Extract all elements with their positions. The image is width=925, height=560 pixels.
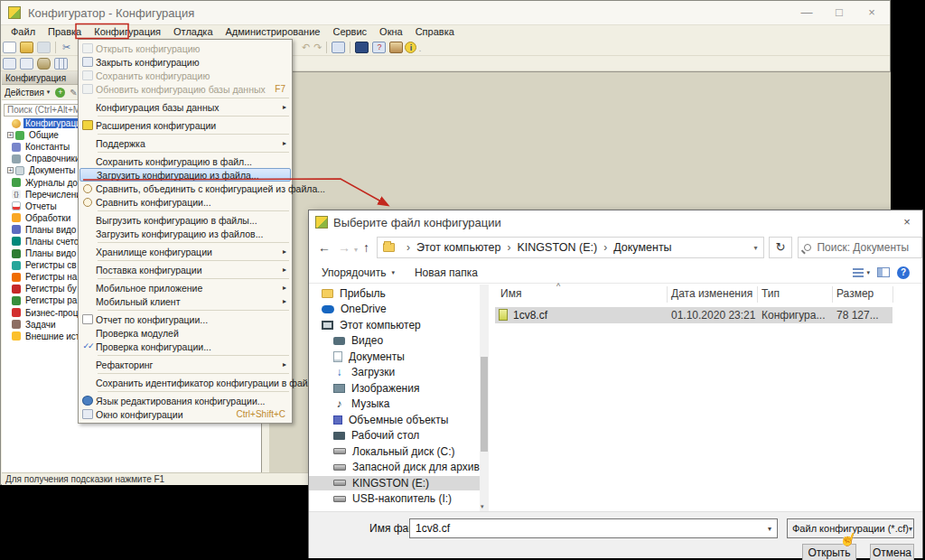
configuration-window-icon[interactable]	[3, 58, 16, 70]
database-icon[interactable]	[37, 58, 51, 70]
menu-item-dump-config-to-files[interactable]: Выгрузить конфигурацию в файлы...	[79, 213, 291, 227]
breadcrumb-dropdown-icon[interactable]: ▾	[754, 244, 758, 252]
nav-item-pribyl[interactable]: Прибыль	[309, 286, 480, 301]
breadcrumb-kingston[interactable]: KINGSTON (E:)	[518, 241, 598, 254]
close-configuration-icon[interactable]	[20, 58, 33, 70]
menu-item-update-db-configuration[interactable]: Обновить конфигурацию базы данныхF7	[79, 82, 291, 96]
nav-item-desktop[interactable]: Рабочий стол	[309, 428, 480, 443]
menu-item-load-config-from-file[interactable]: Загрузить конфигурацию из файла...	[79, 168, 291, 182]
refresh-button[interactable]: ↻	[769, 237, 793, 258]
menu-item-close-configuration[interactable]: Закрыть конфигурацию	[79, 55, 291, 69]
nav-item-backup-disk[interactable]: Запасной диск для архива	[309, 460, 480, 474]
menu-item-editing-language[interactable]: Язык редактирования конфигурации...	[79, 394, 291, 407]
cancel-button[interactable]: Отмена	[870, 544, 914, 560]
help-index-icon[interactable]: ?	[372, 42, 386, 53]
menu-item-extensions[interactable]: Расширения конфигурации	[79, 118, 291, 132]
cut-icon[interactable]: ✂	[61, 42, 72, 53]
undo-icon[interactable]: ↶	[302, 42, 310, 53]
menu-item-compare-merge[interactable]: Сравнить, объединить с конфигурацией из …	[79, 182, 291, 195]
file-row[interactable]: 1cv8.cf 01.10.2020 23:21 Конфигура... 78…	[495, 307, 892, 323]
view-dropdown-icon[interactable]: ▾	[866, 269, 870, 276]
menu-item-config-report[interactable]: Отчет по конфигурации...	[79, 313, 291, 326]
menu-item-save-config-to-file[interactable]: Сохранить конфигурацию в файл...	[79, 154, 291, 168]
menu-item-refactoring[interactable]: Рефакторинг▸	[79, 358, 291, 371]
menu-item-load-config-from-files[interactable]: Загрузить конфигурацию из файлов...	[79, 227, 291, 240]
minimize-button[interactable]: —	[792, 1, 821, 24]
nav-item-pictures[interactable]: Изображения	[309, 381, 480, 396]
menu-debug[interactable]: Отладка	[167, 25, 219, 39]
save-icon[interactable]	[37, 42, 51, 53]
filetype-dropdown-icon[interactable]: ▾	[909, 525, 912, 533]
dialog-search-box[interactable]: Поиск: Документы	[798, 237, 922, 258]
menu-item-db-configuration[interactable]: Конфигурация базы данных▸	[79, 100, 291, 114]
menu-item-open-configuration[interactable]: Открыть конфигурацию	[79, 42, 291, 55]
history-dropdown-icon[interactable]: ▾	[354, 246, 358, 254]
menu-item-configuration-window[interactable]: Окно конфигурацииCtrl+Shift+C	[79, 407, 291, 421]
help-icon[interactable]: ?	[897, 266, 910, 279]
menu-service[interactable]: Сервис	[326, 25, 373, 39]
back-icon[interactable]: ←	[318, 240, 331, 255]
menu-item-compare-configurations[interactable]: Сравнить конфигурации...	[79, 195, 291, 209]
nav-item-onedrive[interactable]: OneDrive	[309, 302, 480, 316]
preview-pane-icon[interactable]	[877, 267, 890, 277]
info-icon[interactable]: i	[405, 42, 416, 53]
table-icon[interactable]	[54, 58, 68, 70]
breadcrumb-this-pc[interactable]: Этот компьютер	[416, 241, 500, 254]
menu-item-check-configuration[interactable]: ✓✓Проверка конфигурации...	[79, 340, 291, 353]
filename-dropdown-icon[interactable]: ▾	[768, 525, 771, 533]
new-folder-button[interactable]: Новая папка	[415, 266, 478, 279]
up-icon[interactable]: ↑	[363, 240, 369, 255]
manual-icon[interactable]	[389, 42, 403, 53]
forward-icon[interactable]: →	[338, 240, 350, 255]
nav-item-3d-objects[interactable]: Объемные объекты	[309, 413, 480, 427]
nav-item-music[interactable]: ♪Музыка	[309, 397, 480, 411]
column-header-name[interactable]: Имя	[500, 287, 521, 300]
menu-item-config-delivery[interactable]: Поставка конфигурации▸	[79, 263, 291, 276]
menu-item-mobile-client[interactable]: Мобильный клиент▸	[79, 294, 291, 308]
user-icon[interactable]	[355, 42, 369, 53]
menu-file[interactable]: Файл	[5, 25, 42, 39]
nav-scrollbar[interactable]: ▾	[480, 285, 489, 511]
organize-dropdown-icon[interactable]: ▾	[391, 269, 395, 276]
actions-button[interactable]: Действия	[5, 88, 44, 98]
open-icon[interactable]	[20, 42, 33, 53]
nav-item-video[interactable]: Видео	[309, 333, 480, 348]
dialog-close-button[interactable]: ×	[892, 210, 922, 233]
nav-item-kingston[interactable]: KINGSTON (E:)	[309, 476, 480, 490]
menu-item-config-repository[interactable]: Хранилище конфигурации▸	[79, 245, 291, 258]
column-header-type[interactable]: Тип	[761, 287, 780, 300]
close-button[interactable]: ×	[857, 1, 886, 24]
column-header-modified[interactable]: Дата изменения	[671, 287, 752, 300]
menu-item-check-modules[interactable]: Проверка модулей	[79, 326, 291, 340]
edit-icon[interactable]: ✎	[70, 88, 77, 98]
menu-item-support[interactable]: Поддержка▸	[79, 136, 291, 150]
maximize-button[interactable]: □	[825, 1, 854, 24]
menu-configuration[interactable]: Конфигурация	[88, 25, 167, 39]
add-button[interactable]: +	[55, 88, 65, 98]
nav-item-usb-drive[interactable]: USB-накопитель (I:)	[309, 491, 480, 506]
menu-administration[interactable]: Администрирование	[220, 25, 327, 39]
nav-item-documents[interactable]: Документы	[309, 350, 480, 364]
toolbar-overflow-icon[interactable]: .	[418, 42, 421, 53]
menu-edit[interactable]: Правка	[42, 25, 88, 39]
nav-item-this-pc[interactable]: Этот компьютер	[309, 318, 480, 332]
breadcrumb-documents[interactable]: Документы	[613, 241, 671, 254]
organize-button[interactable]: Упорядочить	[322, 266, 386, 279]
breadcrumb[interactable]: › Этот компьютер › KINGSTON (E:) › Докум…	[377, 237, 764, 258]
new-document-icon[interactable]	[3, 42, 16, 53]
column-header-size[interactable]: Размер	[836, 287, 874, 300]
menu-windows[interactable]: Окна	[373, 25, 409, 39]
filename-combo[interactable]: 1cv8.cf ▾	[409, 518, 778, 538]
actions-dropdown-icon[interactable]: ▾	[47, 89, 51, 96]
list-view-icon[interactable]	[853, 268, 864, 277]
scrollbar-thumb[interactable]	[481, 357, 488, 452]
menu-item-save-configuration[interactable]: Сохранить конфигурацию	[79, 69, 291, 82]
redo-icon[interactable]: ↷	[313, 42, 322, 53]
nav-item-local-disk-c[interactable]: Локальный диск (C:)	[309, 444, 480, 459]
menu-item-mobile-application[interactable]: Мобильное приложение▸	[79, 281, 291, 294]
nav-item-downloads[interactable]: ↓Загрузки	[309, 365, 480, 379]
menu-help[interactable]: Справка	[409, 25, 461, 39]
scroll-down-icon[interactable]: ▾	[481, 503, 484, 510]
copy-icon[interactable]	[332, 42, 345, 53]
menu-item-save-config-id[interactable]: Сохранить идентификатор конфигурации в ф…	[79, 376, 291, 389]
